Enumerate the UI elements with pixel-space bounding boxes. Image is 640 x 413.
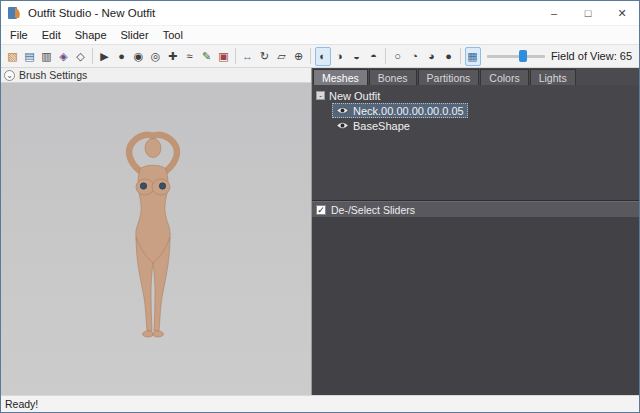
toolbar-separator: [92, 48, 93, 64]
color-brush-button[interactable]: ▣: [216, 47, 232, 66]
tree-item-label: Neck.00.00.00.00.0.05: [353, 105, 464, 117]
toolbar-separator: [310, 48, 311, 64]
load-outfit-button[interactable]: ◇: [73, 47, 89, 66]
transform-rotate-button[interactable]: ↻: [257, 47, 273, 66]
show-vertices-toggle-button[interactable]: ○: [390, 47, 406, 66]
field-of-view-label: Field of View: 65: [551, 50, 632, 62]
move-brush-button[interactable]: ✚: [165, 47, 181, 66]
xmirror-toggle-button[interactable]: ◐: [315, 47, 331, 66]
visibility-eye-icon[interactable]: [336, 121, 349, 130]
tab-meshes[interactable]: Meshes: [313, 69, 368, 85]
menu-edit[interactable]: Edit: [35, 27, 68, 43]
window-title: Outfit Studio - New Outfit: [28, 7, 155, 19]
tab-bones[interactable]: Bones: [369, 69, 417, 85]
toolbar: ▧ ▤ ▥ ◈ ◇ ▶ ● ◉ ◎ ✚ ≈ ✎ ▣ ↔ ↻ ▱ ⊕ ◐ ◑ ◒ …: [1, 44, 639, 68]
perspective-toggle-button[interactable]: ▦: [465, 47, 481, 66]
chevron-down-icon[interactable]: ⌄: [4, 70, 15, 81]
statusbar: Ready!: [1, 395, 639, 412]
show-textures-toggle-button[interactable]: ●: [441, 47, 457, 66]
left-pane: ⌄ Brush Settings: [1, 68, 312, 395]
fov-slider[interactable]: [487, 48, 545, 64]
menu-file[interactable]: File: [3, 27, 35, 43]
tree-item-baseshape[interactable]: BaseShape: [332, 118, 414, 133]
tree-expander-icon[interactable]: -: [316, 91, 325, 100]
save-project-button[interactable]: ▤: [22, 47, 38, 66]
status-text: Ready!: [5, 398, 38, 410]
smooth-brush-button[interactable]: ≈: [182, 47, 198, 66]
tab-partitions[interactable]: Partitions: [418, 69, 480, 85]
menu-slider[interactable]: Slider: [114, 27, 156, 43]
close-button[interactable]: ✕: [605, 1, 639, 25]
deselect-sliders-checkbox[interactable]: ✓: [316, 205, 326, 215]
show-lighting-toggle-button[interactable]: ◕: [424, 47, 440, 66]
deflate-brush-button[interactable]: ◎: [148, 47, 164, 66]
outfit-studio-window: Outfit Studio - New Outfit – □ ✕ File Ed…: [0, 0, 640, 413]
toolbar-separator: [460, 48, 461, 64]
fov-slider-track: [487, 55, 545, 58]
tree-root-label: New Outfit: [329, 90, 380, 102]
tree-root-new-outfit[interactable]: - New Outfit: [316, 88, 637, 103]
toolbar-separator: [235, 48, 236, 64]
connected-edit-toggle-button[interactable]: ◑: [332, 47, 348, 66]
load-reference-button[interactable]: ◈: [56, 47, 72, 66]
lock-normals-toggle-button[interactable]: ◓: [366, 47, 382, 66]
right-pane: Meshes Bones Partitions Colors Lights - …: [312, 68, 639, 395]
panel-tabs: Meshes Bones Partitions Colors Lights: [312, 68, 639, 85]
deselect-sliders-header[interactable]: ✓ De-/Select Sliders: [312, 201, 639, 217]
inflate-brush-button[interactable]: ◉: [131, 47, 147, 66]
deselect-sliders-label: De-/Select Sliders: [331, 204, 415, 216]
menu-tool[interactable]: Tool: [156, 27, 190, 43]
main-area: ⌄ Brush Settings: [1, 68, 639, 395]
mask-brush-button[interactable]: ●: [114, 47, 130, 66]
fov-slider-thumb[interactable]: [519, 50, 527, 62]
tree-item-neck[interactable]: Neck.00.00.00.00.0.05: [332, 103, 468, 118]
minimize-button[interactable]: –: [537, 1, 571, 25]
transform-scale-button[interactable]: ▱: [274, 47, 290, 66]
body-model-3d: [103, 127, 203, 347]
pivot-tool-button[interactable]: ⊕: [291, 47, 307, 66]
show-wireframe-toggle-button[interactable]: ◔: [407, 47, 423, 66]
meshes-tree: - New Outfit Neck.00.00.00.00.0.05 Bas: [312, 85, 639, 201]
maximize-button[interactable]: □: [571, 1, 605, 25]
brush-settings-label: Brush Settings: [19, 69, 87, 81]
app-icon: [7, 5, 23, 21]
add-project-button[interactable]: ▥: [39, 47, 55, 66]
tab-lights[interactable]: Lights: [530, 69, 576, 85]
model-pasty-left: [140, 183, 146, 189]
sliders-list-panel: [312, 217, 639, 395]
tree-item-label: BaseShape: [353, 120, 410, 132]
titlebar: Outfit Studio - New Outfit – □ ✕: [1, 1, 639, 25]
visibility-eye-icon[interactable]: [336, 106, 349, 115]
model-pasty-right: [159, 183, 165, 189]
menu-shape[interactable]: Shape: [68, 27, 114, 43]
transform-move-button[interactable]: ↔: [240, 47, 256, 66]
model-head: [145, 139, 161, 158]
model-right-foot: [153, 331, 164, 337]
menubar: File Edit Shape Slider Tool: [1, 25, 639, 44]
viewport-3d[interactable]: [1, 83, 311, 395]
tab-colors[interactable]: Colors: [480, 69, 528, 85]
window-controls: – □ ✕: [537, 1, 639, 25]
global-collision-toggle-button[interactable]: ◒: [349, 47, 365, 66]
weight-brush-button[interactable]: ✎: [199, 47, 215, 66]
load-project-button[interactable]: ▧: [5, 47, 21, 66]
select-tool-button[interactable]: ▶: [97, 47, 113, 66]
brush-settings-header[interactable]: ⌄ Brush Settings: [1, 68, 311, 83]
model-left-foot: [143, 331, 154, 337]
toolbar-separator: [385, 48, 386, 64]
